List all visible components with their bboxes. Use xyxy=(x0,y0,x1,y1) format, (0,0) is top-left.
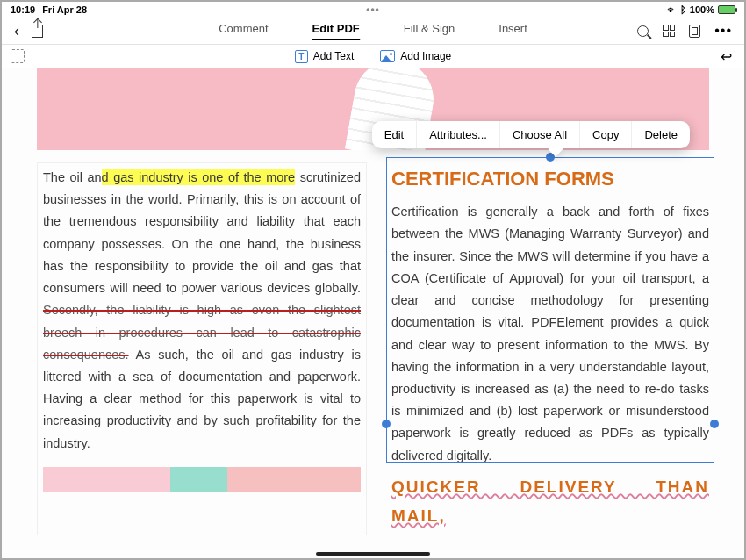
page-view-icon[interactable] xyxy=(689,25,700,38)
more-menu-icon[interactable]: ••• xyxy=(714,23,732,39)
undo-button[interactable]: ↩ xyxy=(721,48,732,65)
left-para-b: scrutinized businesses in the world. Pri… xyxy=(43,170,361,295)
status-date: Fri Apr 28 xyxy=(42,4,87,15)
popup-attributes[interactable]: Attributes... xyxy=(417,121,500,148)
tab-comment[interactable]: Comment xyxy=(219,22,268,40)
left-text-block[interactable]: The oil and gas industry is one of the m… xyxy=(37,162,367,535)
tab-fill-sign[interactable]: Fill & Sign xyxy=(404,22,455,40)
wifi-icon: ᯤ xyxy=(667,4,677,15)
mode-tabs: Comment Edit PDF Fill & Sign Insert xyxy=(219,22,527,40)
battery-icon xyxy=(718,5,735,14)
text-icon: T xyxy=(295,50,308,63)
image-icon xyxy=(380,50,395,62)
edit-toolbar: T Add Text Add Image ↩ xyxy=(2,44,744,68)
share-button[interactable] xyxy=(32,25,43,38)
left-para-a: The oil an xyxy=(43,170,102,184)
bluetooth-icon: ᛒ xyxy=(680,4,686,15)
right-text-block[interactable]: CERTIFICATION FORMS Certification is gen… xyxy=(391,162,709,535)
drag-dots-icon: ••• xyxy=(366,4,380,16)
document-canvas[interactable]: Edit Attributes... Choose All Copy Delet… xyxy=(2,68,744,560)
battery-text: 100% xyxy=(690,4,714,15)
left-para-c: As such, the oil and gas industry is lit… xyxy=(43,348,361,450)
add-text-button[interactable]: T Add Text xyxy=(295,50,354,63)
home-indicator[interactable] xyxy=(316,552,430,556)
popup-copy[interactable]: Copy xyxy=(580,121,632,148)
bottom-image-strip[interactable] xyxy=(43,467,361,492)
resize-handle-right[interactable] xyxy=(710,420,719,428)
tab-insert[interactable]: Insert xyxy=(499,22,527,40)
highlighted-text: d gas industry is one of the more xyxy=(102,169,296,185)
selection-tool-icon[interactable] xyxy=(11,49,25,63)
back-button[interactable]: ‹ xyxy=(14,22,19,40)
add-text-label: Add Text xyxy=(313,50,354,62)
main-toolbar: ‹ Comment Edit PDF Fill & Sign Insert ••… xyxy=(2,18,744,44)
popup-delete[interactable]: Delete xyxy=(632,121,690,148)
status-time: 10:19 xyxy=(11,4,35,15)
add-image-label: Add Image xyxy=(400,50,451,62)
status-bar: 10:19 Fri Apr 28 ••• ᯤ ᛒ 100% xyxy=(2,2,744,18)
selection-box[interactable] xyxy=(386,157,714,463)
thumbnails-icon[interactable] xyxy=(663,25,675,37)
add-image-button[interactable]: Add Image xyxy=(380,50,451,62)
popup-choose-all[interactable]: Choose All xyxy=(500,121,580,148)
search-icon[interactable] xyxy=(637,25,649,37)
resize-handle-left[interactable] xyxy=(382,420,391,428)
heading-quicker-delivery: QUICKER DELIVERY THAN MAIL, xyxy=(391,472,709,530)
tab-edit-pdf[interactable]: Edit PDF xyxy=(312,22,360,40)
popup-edit[interactable]: Edit xyxy=(372,121,417,148)
context-menu: Edit Attributes... Choose All Copy Delet… xyxy=(372,121,690,148)
